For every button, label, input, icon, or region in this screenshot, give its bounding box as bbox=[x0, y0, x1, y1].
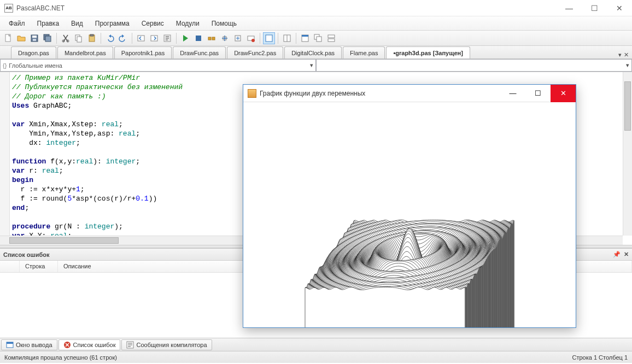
svg-rect-11 bbox=[90, 34, 93, 36]
layout-2-button[interactable] bbox=[281, 32, 293, 44]
statusbar: Компиляция прошла успешно (61 строк) Стр… bbox=[0, 351, 632, 363]
toolbar bbox=[0, 31, 632, 46]
bottom-tab-errors-label: Список ошибок bbox=[73, 342, 116, 348]
editor-scrollbar-vertical[interactable] bbox=[623, 72, 632, 236]
tab-dragon[interactable]: Dragon.pas bbox=[11, 46, 56, 58]
errors-panel-title-text: Список ошибок bbox=[3, 251, 49, 258]
cut-button[interactable] bbox=[60, 32, 72, 44]
window-3-button[interactable] bbox=[325, 32, 337, 44]
editor-content[interactable]: // Пример из пакета KuMir/PMir // Публик… bbox=[12, 73, 183, 240]
svg-rect-17 bbox=[212, 37, 215, 40]
bottom-tab-compiler[interactable]: Сообщения компилятора bbox=[121, 339, 212, 350]
svg-rect-16 bbox=[208, 37, 211, 40]
bottom-tab-output[interactable]: Окно вывода bbox=[1, 339, 57, 350]
menu-modules[interactable]: Модули bbox=[171, 17, 205, 30]
output-window[interactable]: График функции двух переменных — ☐ ✕ bbox=[243, 84, 576, 328]
new-file-button[interactable] bbox=[2, 32, 14, 44]
window-1-button[interactable] bbox=[299, 32, 311, 44]
compiler-icon bbox=[126, 341, 134, 349]
open-file-button[interactable] bbox=[15, 32, 27, 44]
namespace-label: Глобальные имена bbox=[9, 62, 62, 69]
errors-icon bbox=[63, 341, 71, 349]
window-title: PascalABC.NET bbox=[16, 4, 65, 12]
step-into-button[interactable] bbox=[219, 32, 231, 44]
run-button[interactable] bbox=[179, 32, 191, 44]
svg-rect-29 bbox=[328, 35, 335, 38]
svg-rect-12 bbox=[138, 36, 144, 41]
svg-rect-2 bbox=[32, 36, 37, 38]
menu-help[interactable]: Помощь bbox=[206, 17, 242, 30]
scrollbar-thumb[interactable] bbox=[624, 81, 631, 131]
svg-rect-30 bbox=[328, 39, 335, 42]
svg-rect-32 bbox=[7, 342, 13, 344]
bottom-tabs: Окно вывода Список ошибок Сообщения комп… bbox=[0, 338, 632, 351]
errors-col-icon[interactable] bbox=[0, 261, 20, 272]
nav-fwd-button[interactable] bbox=[148, 32, 160, 44]
editor-gutter bbox=[0, 72, 10, 245]
bottom-tab-errors[interactable]: Список ошибок bbox=[58, 339, 121, 350]
menu-program[interactable]: Программа bbox=[90, 17, 135, 30]
menu-edit[interactable]: Правка bbox=[32, 17, 65, 30]
save-all-button[interactable] bbox=[42, 32, 54, 44]
nav-back-button[interactable] bbox=[135, 32, 147, 44]
tab-flame[interactable]: Flame.pas bbox=[343, 46, 385, 58]
maximize-button[interactable]: ☐ bbox=[582, 0, 607, 16]
svg-rect-28 bbox=[317, 37, 321, 42]
namespace-row: {}Глобальные имена bbox=[0, 59, 632, 72]
svg-rect-9 bbox=[77, 37, 81, 42]
output-titlebar[interactable]: График функции двух переменных — ☐ ✕ bbox=[243, 85, 576, 102]
status-left: Компиляция прошла успешно (61 строк) bbox=[4, 354, 117, 361]
output-title: График функции двух переменных bbox=[260, 90, 365, 97]
svg-rect-22 bbox=[266, 35, 272, 42]
bottom-tab-compiler-label: Сообщения компилятора bbox=[136, 342, 207, 348]
output-app-icon bbox=[248, 89, 256, 98]
redo-button[interactable] bbox=[117, 32, 129, 44]
pin-icon[interactable]: 📌 bbox=[613, 251, 621, 258]
bottom-tab-output-label: Окно вывода bbox=[16, 342, 52, 348]
svg-rect-26 bbox=[302, 35, 308, 37]
save-button[interactable] bbox=[28, 32, 40, 44]
tab-dropdown-icon[interactable]: ▾ bbox=[618, 51, 622, 58]
errors-col-line[interactable]: Строка bbox=[20, 261, 58, 272]
output-close-button[interactable]: ✕ bbox=[551, 85, 576, 102]
scrollbar-thumb[interactable] bbox=[9, 237, 119, 244]
brace-icon: {} bbox=[3, 62, 7, 69]
surface-plot bbox=[243, 102, 576, 327]
menu-service[interactable]: Сервис bbox=[136, 17, 169, 30]
menubar: Файл Правка Вид Программа Сервис Модули … bbox=[0, 16, 632, 31]
tab-close-icon[interactable]: ✕ bbox=[624, 51, 629, 58]
step-over-button[interactable] bbox=[206, 32, 218, 44]
undo-button[interactable] bbox=[104, 32, 116, 44]
output-maximize-button[interactable]: ☐ bbox=[525, 85, 551, 102]
svg-rect-13 bbox=[151, 36, 157, 41]
tab-paporotnik[interactable]: Paporotnik1.pas bbox=[114, 46, 172, 58]
stop-button[interactable] bbox=[192, 32, 204, 44]
step-out-button[interactable] bbox=[232, 32, 244, 44]
compile-button[interactable] bbox=[161, 32, 173, 44]
member-dropdown[interactable] bbox=[316, 59, 632, 72]
file-tabbar: Dragon.pas Mandelbrot.pas Paporotnik1.pa… bbox=[0, 46, 632, 59]
tab-drawfunc2[interactable]: DrawFunc2.pas bbox=[227, 46, 283, 58]
tab-mandelbrot[interactable]: Mandelbrot.pas bbox=[57, 46, 113, 58]
minimize-button[interactable]: — bbox=[557, 0, 582, 16]
titlebar: AB PascalABC.NET — ☐ ✕ bbox=[0, 0, 632, 16]
namespace-dropdown[interactable]: {}Глобальные имена bbox=[0, 59, 316, 72]
menu-file[interactable]: Файл bbox=[3, 17, 31, 30]
close-button[interactable]: ✕ bbox=[607, 0, 632, 16]
output-icon bbox=[6, 341, 14, 349]
paste-button[interactable] bbox=[86, 32, 98, 44]
tab-drawfunc[interactable]: DrawFunc.pas bbox=[173, 46, 226, 58]
panel-close-icon[interactable]: ✕ bbox=[624, 251, 629, 258]
layout-1-button[interactable] bbox=[263, 32, 275, 44]
window-2-button[interactable] bbox=[312, 32, 324, 44]
breakpoint-button[interactable] bbox=[245, 32, 257, 44]
copy-button[interactable] bbox=[73, 32, 85, 44]
svg-rect-5 bbox=[45, 36, 51, 42]
output-canvas bbox=[243, 102, 576, 327]
output-minimize-button[interactable]: — bbox=[500, 85, 525, 102]
menu-view[interactable]: Вид bbox=[66, 17, 89, 30]
tab-graph3d[interactable]: •graph3d.pas [Запущен] bbox=[386, 46, 470, 58]
svg-rect-15 bbox=[196, 36, 201, 41]
app-icon: AB bbox=[4, 4, 13, 13]
tab-digitalclock[interactable]: DigitalClock.pas bbox=[284, 46, 342, 58]
